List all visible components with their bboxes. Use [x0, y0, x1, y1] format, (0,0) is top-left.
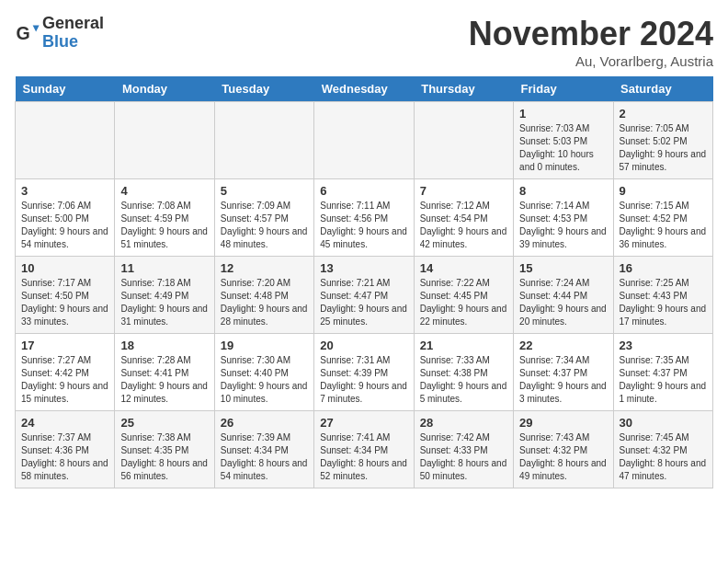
calendar-cell: 9Sunrise: 7:15 AM Sunset: 4:52 PM Daylig… [613, 179, 712, 257]
day-detail: Sunrise: 7:33 AM Sunset: 4:38 PM Dayligh… [420, 354, 507, 406]
day-number: 14 [420, 261, 507, 275]
day-number: 28 [420, 416, 507, 430]
logo-general: General [42, 15, 104, 33]
month-title: November 2024 [469, 15, 713, 53]
calendar-cell: 21Sunrise: 7:33 AM Sunset: 4:38 PM Dayli… [414, 334, 513, 411]
logo-text: General Blue [42, 15, 104, 52]
calendar-cell: 30Sunrise: 7:45 AM Sunset: 4:32 PM Dayli… [613, 411, 712, 488]
day-detail: Sunrise: 7:38 AM Sunset: 4:35 PM Dayligh… [120, 431, 208, 483]
day-detail: Sunrise: 7:15 AM Sunset: 4:52 PM Dayligh… [620, 200, 707, 251]
calendar-cell: 16Sunrise: 7:25 AM Sunset: 4:43 PM Dayli… [613, 257, 712, 334]
day-number: 30 [620, 416, 707, 430]
day-number: 26 [221, 416, 308, 430]
day-detail: Sunrise: 7:18 AM Sunset: 4:49 PM Dayligh… [120, 277, 208, 328]
day-number: 24 [21, 416, 108, 430]
calendar-cell: 17Sunrise: 7:27 AM Sunset: 4:42 PM Dayli… [16, 334, 115, 411]
calendar-cell: 25Sunrise: 7:38 AM Sunset: 4:35 PM Dayli… [115, 411, 214, 488]
day-detail: Sunrise: 7:43 AM Sunset: 4:32 PM Dayligh… [519, 431, 607, 483]
calendar-cell: 28Sunrise: 7:42 AM Sunset: 4:33 PM Dayli… [414, 411, 513, 488]
day-detail: Sunrise: 7:25 AM Sunset: 4:43 PM Dayligh… [620, 277, 707, 328]
day-detail: Sunrise: 7:06 AM Sunset: 5:00 PM Dayligh… [21, 200, 108, 251]
day-detail: Sunrise: 7:09 AM Sunset: 4:57 PM Dayligh… [221, 200, 308, 251]
day-number: 7 [420, 184, 507, 198]
calendar-cell: 8Sunrise: 7:14 AM Sunset: 4:53 PM Daylig… [514, 179, 613, 257]
day-number: 3 [21, 184, 108, 198]
week-row-5: 24Sunrise: 7:37 AM Sunset: 4:36 PM Dayli… [16, 411, 713, 488]
logo-icon: G [15, 20, 40, 46]
calendar-table: SundayMondayTuesdayWednesdayThursdayFrid… [15, 76, 713, 488]
day-detail: Sunrise: 7:28 AM Sunset: 4:41 PM Dayligh… [120, 354, 208, 406]
calendar-cell: 24Sunrise: 7:37 AM Sunset: 4:36 PM Dayli… [16, 411, 115, 488]
calendar-body: 1Sunrise: 7:03 AM Sunset: 5:03 PM Daylig… [16, 102, 713, 488]
weekday-header-wednesday: Wednesday [314, 76, 414, 102]
day-number: 25 [120, 416, 208, 430]
day-number: 8 [519, 184, 607, 198]
calendar-cell: 19Sunrise: 7:30 AM Sunset: 4:40 PM Dayli… [214, 334, 313, 411]
weekday-header-sunday: Sunday [16, 76, 115, 102]
calendar-cell: 3Sunrise: 7:06 AM Sunset: 5:00 PM Daylig… [16, 179, 115, 257]
day-number: 5 [221, 184, 308, 198]
calendar-cell: 7Sunrise: 7:12 AM Sunset: 4:54 PM Daylig… [414, 179, 513, 257]
calendar-cell: 12Sunrise: 7:20 AM Sunset: 4:48 PM Dayli… [214, 257, 313, 334]
day-number: 18 [120, 339, 208, 352]
day-detail: Sunrise: 7:12 AM Sunset: 4:54 PM Dayligh… [420, 200, 507, 251]
day-number: 21 [420, 339, 507, 352]
weekday-header-thursday: Thursday [414, 76, 513, 102]
svg-marker-1 [33, 25, 40, 31]
day-detail: Sunrise: 7:37 AM Sunset: 4:36 PM Dayligh… [21, 431, 108, 483]
weekday-header-friday: Friday [514, 76, 613, 102]
day-number: 11 [120, 261, 208, 275]
calendar-cell: 20Sunrise: 7:31 AM Sunset: 4:39 PM Dayli… [314, 334, 414, 411]
calendar-cell: 23Sunrise: 7:35 AM Sunset: 4:37 PM Dayli… [613, 334, 712, 411]
day-detail: Sunrise: 7:45 AM Sunset: 4:32 PM Dayligh… [620, 431, 707, 483]
calendar-cell: 29Sunrise: 7:43 AM Sunset: 4:32 PM Dayli… [514, 411, 613, 488]
calendar-cell: 14Sunrise: 7:22 AM Sunset: 4:45 PM Dayli… [414, 257, 513, 334]
day-detail: Sunrise: 7:30 AM Sunset: 4:40 PM Dayligh… [221, 354, 308, 406]
calendar-header: SundayMondayTuesdayWednesdayThursdayFrid… [16, 76, 713, 102]
svg-text:G: G [16, 23, 29, 43]
calendar-cell: 4Sunrise: 7:08 AM Sunset: 4:59 PM Daylig… [115, 179, 214, 257]
calendar-cell [115, 102, 214, 179]
calendar-cell [16, 102, 115, 179]
day-number: 12 [221, 261, 308, 275]
day-detail: Sunrise: 7:21 AM Sunset: 4:47 PM Dayligh… [320, 277, 407, 328]
week-row-3: 10Sunrise: 7:17 AM Sunset: 4:50 PM Dayli… [16, 257, 713, 334]
day-detail: Sunrise: 7:39 AM Sunset: 4:34 PM Dayligh… [221, 431, 308, 483]
logo-blue: Blue [42, 33, 104, 52]
calendar-cell: 18Sunrise: 7:28 AM Sunset: 4:41 PM Dayli… [115, 334, 214, 411]
weekday-header-saturday: Saturday [613, 76, 712, 102]
day-detail: Sunrise: 7:17 AM Sunset: 4:50 PM Dayligh… [21, 277, 108, 328]
day-number: 23 [620, 339, 707, 352]
day-detail: Sunrise: 7:34 AM Sunset: 4:37 PM Dayligh… [519, 354, 607, 406]
calendar-cell [414, 102, 513, 179]
calendar-cell: 11Sunrise: 7:18 AM Sunset: 4:49 PM Dayli… [115, 257, 214, 334]
day-detail: Sunrise: 7:31 AM Sunset: 4:39 PM Dayligh… [320, 354, 407, 406]
day-detail: Sunrise: 7:24 AM Sunset: 4:44 PM Dayligh… [519, 277, 607, 328]
day-detail: Sunrise: 7:03 AM Sunset: 5:03 PM Dayligh… [519, 122, 607, 174]
calendar-cell: 27Sunrise: 7:41 AM Sunset: 4:34 PM Dayli… [314, 411, 414, 488]
calendar-cell: 1Sunrise: 7:03 AM Sunset: 5:03 PM Daylig… [514, 102, 613, 179]
day-detail: Sunrise: 7:22 AM Sunset: 4:45 PM Dayligh… [420, 277, 507, 328]
day-detail: Sunrise: 7:42 AM Sunset: 4:33 PM Dayligh… [420, 431, 507, 483]
page-header: G General Blue November 2024 Au, Vorarlb… [15, 15, 713, 69]
day-detail: Sunrise: 7:05 AM Sunset: 5:02 PM Dayligh… [620, 122, 707, 174]
calendar-cell: 5Sunrise: 7:09 AM Sunset: 4:57 PM Daylig… [214, 179, 313, 257]
day-number: 9 [620, 184, 707, 198]
day-number: 16 [620, 261, 707, 275]
day-detail: Sunrise: 7:08 AM Sunset: 4:59 PM Dayligh… [120, 200, 208, 251]
day-number: 19 [221, 339, 308, 352]
day-number: 15 [519, 261, 607, 275]
calendar-cell: 6Sunrise: 7:11 AM Sunset: 4:56 PM Daylig… [314, 179, 414, 257]
day-number: 6 [320, 184, 407, 198]
day-number: 1 [519, 107, 607, 121]
day-detail: Sunrise: 7:14 AM Sunset: 4:53 PM Dayligh… [519, 200, 607, 251]
day-number: 29 [519, 416, 607, 430]
day-number: 10 [21, 261, 108, 275]
week-row-1: 1Sunrise: 7:03 AM Sunset: 5:03 PM Daylig… [16, 102, 713, 179]
calendar-cell: 22Sunrise: 7:34 AM Sunset: 4:37 PM Dayli… [514, 334, 613, 411]
weekday-header-tuesday: Tuesday [214, 76, 313, 102]
day-number: 22 [519, 339, 607, 352]
week-row-4: 17Sunrise: 7:27 AM Sunset: 4:42 PM Dayli… [16, 334, 713, 411]
calendar-cell [314, 102, 414, 179]
day-detail: Sunrise: 7:20 AM Sunset: 4:48 PM Dayligh… [221, 277, 308, 328]
